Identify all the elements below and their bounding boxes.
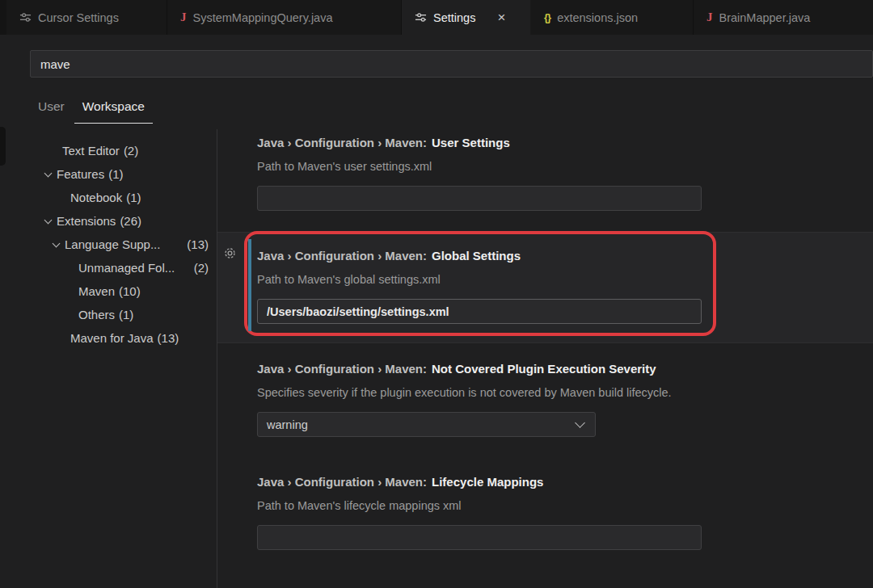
setting-breadcrumb: Java › Configuration › Maven:: [257, 249, 427, 262]
tree-label: Others: [78, 308, 115, 321]
chevron-down-icon: [44, 216, 53, 224]
tree-count: (1): [126, 191, 141, 204]
settings-content: Text Editor (2) Features (1) Notebook (1…: [0, 129, 873, 588]
modified-setting-indicator: [248, 239, 251, 331]
gear-icon[interactable]: [222, 246, 237, 260]
setting-row-user-settings: Java › Configuration › Maven:User Settin…: [257, 134, 742, 211]
tree-label: Features: [57, 167, 104, 181]
tree-count: (13): [187, 237, 209, 251]
tree-count: (13): [158, 331, 179, 345]
settings-search-input[interactable]: [30, 50, 873, 78]
severity-select-value: warning: [267, 418, 308, 431]
setting-title: Java › Configuration › Maven:User Settin…: [257, 134, 742, 152]
braces-icon: {}: [544, 11, 550, 23]
scope-tab-label: Workspace: [82, 99, 145, 114]
setting-description: Specifies severity if the plugin executi…: [257, 384, 742, 401]
tree-label: Language Supp...: [65, 237, 160, 251]
tree-label: Maven for Java: [70, 331, 154, 345]
settings-window: { "tabs": [ { "label": "Cursor Settings"…: [0, 0, 873, 588]
chevron-down-icon: [53, 239, 61, 247]
setting-name: Lifecycle Mappings: [432, 475, 543, 489]
tree-item-maven[interactable]: Maven (10): [0, 279, 217, 303]
tab-brainmapper-java[interactable]: J BrainMapper.java: [694, 0, 872, 35]
tree-item-maven-for-java[interactable]: Maven for Java (13): [0, 326, 217, 350]
setting-row-lifecycle-mappings: Java › Configuration › Maven:Lifecycle M…: [257, 473, 742, 550]
tab-cursor-settings[interactable]: Cursor Settings: [6, 0, 167, 35]
setting-name: Global Settings: [432, 249, 521, 262]
setting-row-global-settings: Java › Configuration › Maven:Global Sett…: [257, 247, 742, 324]
severity-select[interactable]: warning: [257, 412, 596, 437]
chevron-down-icon: [575, 418, 585, 428]
lifecycle-mappings-path-input[interactable]: [257, 525, 702, 550]
tree-label: Unmanaged Fol...: [78, 261, 175, 275]
tree-count: (1): [108, 167, 123, 181]
tree-count: (2): [124, 144, 138, 158]
tree-item-others[interactable]: Others (1): [0, 303, 217, 326]
tree-item-notebook[interactable]: Notebook (1): [0, 186, 217, 209]
setting-description: Path to Maven's global settings.xml: [257, 271, 742, 288]
setting-name: Not Covered Plugin Execution Severity: [432, 362, 656, 376]
tab-label: SystemMappingQuery.java: [193, 11, 333, 24]
tree-item-features[interactable]: Features (1): [0, 162, 217, 186]
global-settings-path-input[interactable]: [257, 299, 702, 324]
tree-count: (10): [119, 284, 141, 298]
settings-tree: Text Editor (2) Features (1) Notebook (1…: [0, 129, 217, 588]
sliders-icon: [415, 11, 427, 23]
java-file-icon: J: [180, 10, 187, 24]
tree-item-text-editor[interactable]: Text Editor (2): [0, 139, 217, 162]
tree-item-language-support[interactable]: Language Supp... (13): [0, 233, 217, 256]
scope-tab-label: User: [38, 99, 65, 114]
setting-breadcrumb: Java › Configuration › Maven:: [257, 136, 427, 149]
setting-name: User Settings: [432, 136, 510, 149]
user-settings-path-input[interactable]: [257, 186, 702, 211]
scope-tab-workspace[interactable]: Workspace: [74, 90, 153, 124]
setting-description: Path to Maven's lifecycle mappings xml: [257, 498, 742, 514]
setting-title: Java › Configuration › Maven:Lifecycle M…: [257, 473, 742, 491]
tree-label: Notebook: [70, 191, 122, 204]
setting-description: Path to Maven's user settings.xml: [257, 158, 742, 174]
scope-tab-user[interactable]: User: [30, 90, 73, 124]
java-file-icon: J: [706, 10, 713, 24]
tab-label: Settings: [433, 11, 475, 24]
tab-bar: Cursor Settings J SystemMappingQuery.jav…: [0, 0, 873, 35]
tab-label: Cursor Settings: [38, 11, 119, 24]
tab-settings[interactable]: Settings ×: [402, 0, 531, 35]
chevron-down-icon: [44, 169, 53, 177]
scope-tabs: User Workspace: [30, 90, 153, 124]
tabbar-lead-spacer: [0, 0, 6, 35]
tree-item-unmanaged-folder[interactable]: Unmanaged Fol... (2): [0, 256, 217, 279]
tab-label: BrainMapper.java: [719, 11, 811, 24]
tree-count: (1): [119, 308, 133, 321]
tree-label: Maven: [78, 284, 115, 298]
setting-title: Java › Configuration › Maven:Not Covered…: [257, 360, 742, 378]
sliders-icon: [19, 11, 32, 23]
close-icon[interactable]: ×: [493, 10, 509, 26]
setting-breadcrumb: Java › Configuration › Maven:: [257, 475, 427, 489]
tree-label: Text Editor: [62, 144, 120, 158]
tab-extensions-json[interactable]: {} extensions.json: [531, 0, 694, 35]
setting-title: Java › Configuration › Maven:Global Sett…: [257, 247, 742, 265]
tab-systemmappingquery-java[interactable]: J SystemMappingQuery.java: [167, 0, 402, 35]
tree-count: (26): [120, 214, 141, 228]
settings-list: Java › Configuration › Maven:User Settin…: [217, 129, 873, 588]
tree-label: Extensions: [57, 214, 116, 228]
setting-breadcrumb: Java › Configuration › Maven:: [257, 362, 427, 376]
setting-row-not-covered-plugin-execution-severity: Java › Configuration › Maven:Not Covered…: [257, 360, 742, 437]
tree-count: (2): [194, 261, 209, 275]
tree-item-extensions[interactable]: Extensions (26): [0, 209, 217, 233]
tab-label: extensions.json: [557, 11, 638, 24]
